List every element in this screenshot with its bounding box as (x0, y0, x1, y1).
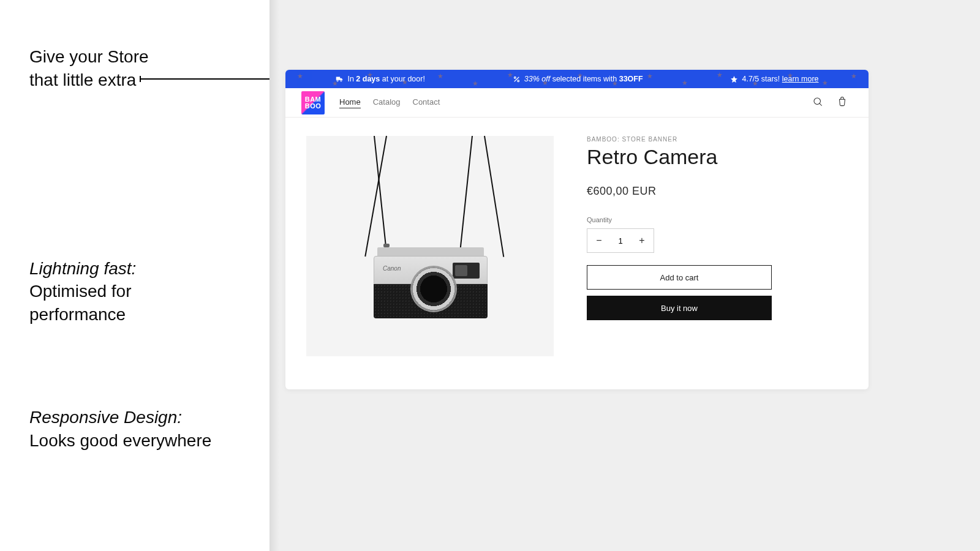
logo-line-2: BOO (305, 103, 322, 110)
callout-pointer-line (141, 78, 287, 80)
product-section: Canon BAMBOO: STORE BANNER Retro Camera … (285, 118, 869, 356)
feature-3-lead: Responsive Design: (29, 408, 182, 427)
banner-discount-text: 33% off selected items with 33OFF (524, 75, 643, 83)
quantity-value: 1 (611, 236, 630, 246)
camera-illustration: Canon (306, 136, 554, 356)
feature-2-body-1: Optimised for (29, 282, 132, 301)
product-image[interactable]: Canon (306, 136, 554, 356)
banner-learn-more-link[interactable]: learn more (782, 75, 819, 83)
feature-1-line-2: that little extra (29, 70, 136, 89)
star-icon (730, 75, 738, 83)
svg-point-1 (341, 80, 342, 81)
quantity-decrease-button[interactable]: − (587, 229, 611, 252)
nav-link-home[interactable]: Home (339, 97, 361, 108)
nav-link-catalog[interactable]: Catalog (373, 97, 401, 108)
svg-point-5 (814, 98, 821, 105)
product-vendor: BAMBOO: STORE BANNER (587, 136, 842, 143)
quantity-stepper: − 1 + (587, 228, 654, 253)
product-info: BAMBOO: STORE BANNER Retro Camera €600,0… (587, 136, 842, 356)
percent-icon (513, 75, 521, 83)
add-to-cart-button[interactable]: Add to cart (587, 265, 772, 290)
store-logo[interactable]: BAM BOO (301, 91, 325, 114)
svg-point-3 (514, 77, 516, 78)
banner-rating: 4.7/5 stars! learn more (730, 75, 818, 83)
banner-discount-em: 33% off (524, 75, 550, 83)
svg-point-0 (337, 80, 338, 81)
feature-responsive: Responsive Design: Looks good everywhere (29, 406, 245, 452)
marketing-sidebar: Give your Store that little extra Lightn… (0, 0, 270, 551)
feature-store-extra: Give your Store that little extra (29, 45, 245, 92)
buy-now-button[interactable]: Buy it now (587, 296, 772, 320)
banner-shipping: In 2 days at your door! (335, 75, 424, 83)
svg-line-6 (820, 103, 822, 106)
nav-link-contact[interactable]: Contact (413, 97, 440, 108)
feature-lightning-fast: Lightning fast: Optimised for performanc… (29, 257, 245, 326)
banner-rating-text: 4.7/5 stars! learn more (742, 75, 818, 83)
divider-shadow (270, 0, 279, 551)
nav-links: Home Catalog Contact (339, 97, 440, 108)
cart-icon[interactable] (837, 96, 848, 110)
store-preview: ★ ★ ★ ★ ★ ★ ★ ★ ★ ★ ★ ★ ★ ★ ★ ★ ★ (285, 70, 869, 389)
promo-banner: ★ ★ ★ ★ ★ ★ ★ ★ ★ ★ ★ ★ ★ ★ ★ ★ ★ (285, 70, 869, 88)
svg-line-2 (514, 77, 519, 81)
product-title: Retro Camera (587, 145, 842, 169)
svg-point-4 (518, 80, 519, 81)
feature-3-body: Looks good everywhere (29, 431, 211, 450)
search-icon[interactable] (812, 96, 823, 110)
banner-discount-code: 33OFF (619, 75, 643, 83)
store-navbar: BAM BOO Home Catalog Contact (285, 88, 869, 118)
banner-shipping-pre: In (347, 75, 356, 83)
truck-icon (335, 75, 344, 83)
banner-shipping-bold: 2 days (356, 75, 380, 83)
product-price: €600,00 EUR (587, 185, 842, 198)
logo-line-1: BAM (305, 96, 322, 103)
banner-rating-value: 4.7/5 stars! (742, 75, 782, 83)
camera-brand-text: Canon (383, 265, 401, 272)
quantity-increase-button[interactable]: + (630, 229, 654, 252)
feature-1-line-1: Give your Store (29, 47, 149, 66)
quantity-label: Quantity (587, 216, 842, 223)
banner-discount: 33% off selected items with 33OFF (513, 75, 643, 83)
feature-2-body-2: performance (29, 305, 126, 324)
banner-shipping-text: In 2 days at your door! (347, 75, 424, 83)
banner-discount-mid: selected items with (550, 75, 619, 83)
feature-2-lead: Lightning fast: (29, 259, 136, 278)
banner-shipping-post: at your door! (380, 75, 425, 83)
